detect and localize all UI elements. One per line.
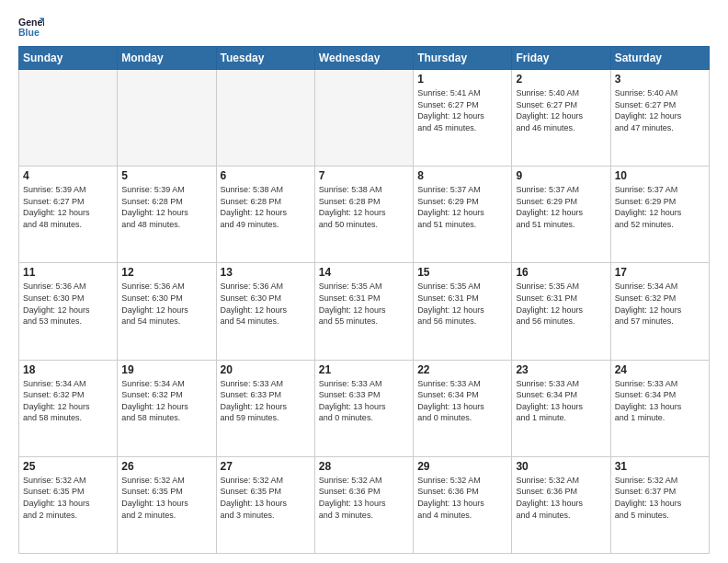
day-info: Sunrise: 5:32 AM Sunset: 6:35 PM Dayligh…: [23, 475, 113, 521]
calendar-table: SundayMondayTuesdayWednesdayThursdayFrid…: [18, 46, 710, 554]
week-row-3: 11Sunrise: 5:36 AM Sunset: 6:30 PM Dayli…: [19, 263, 710, 360]
calendar-cell: [216, 70, 314, 167]
day-info: Sunrise: 5:40 AM Sunset: 6:27 PM Dayligh…: [615, 87, 705, 133]
day-info: Sunrise: 5:37 AM Sunset: 6:29 PM Dayligh…: [417, 184, 507, 230]
day-number: 4: [23, 169, 113, 182]
day-number: 22: [417, 363, 507, 376]
calendar-cell: 25Sunrise: 5:32 AM Sunset: 6:35 PM Dayli…: [19, 456, 118, 553]
calendar-cell: 3Sunrise: 5:40 AM Sunset: 6:27 PM Daylig…: [610, 70, 709, 167]
day-info: Sunrise: 5:35 AM Sunset: 6:31 PM Dayligh…: [417, 281, 507, 327]
calendar-cell: 24Sunrise: 5:33 AM Sunset: 6:34 PM Dayli…: [610, 360, 709, 456]
day-number: 2: [516, 73, 606, 86]
day-info: Sunrise: 5:34 AM Sunset: 6:32 PM Dayligh…: [23, 378, 113, 424]
day-number: 9: [516, 169, 606, 182]
day-number: 14: [319, 266, 409, 279]
day-number: 5: [121, 169, 211, 182]
day-info: Sunrise: 5:35 AM Sunset: 6:31 PM Dayligh…: [516, 281, 606, 327]
svg-text:Blue: Blue: [18, 27, 40, 38]
day-number: 1: [417, 73, 507, 86]
day-info: Sunrise: 5:35 AM Sunset: 6:31 PM Dayligh…: [319, 281, 409, 327]
day-number: 13: [221, 266, 311, 279]
day-number: 20: [221, 363, 311, 376]
calendar-cell: 26Sunrise: 5:32 AM Sunset: 6:35 PM Dayli…: [118, 456, 216, 553]
day-number: 28: [319, 460, 409, 473]
logo: General Blue: [18, 15, 48, 40]
week-row-1: 1Sunrise: 5:41 AM Sunset: 6:27 PM Daylig…: [19, 70, 710, 167]
day-number: 7: [319, 169, 409, 182]
calendar-cell: 7Sunrise: 5:38 AM Sunset: 6:28 PM Daylig…: [314, 167, 413, 263]
calendar-cell: 22Sunrise: 5:33 AM Sunset: 6:34 PM Dayli…: [414, 360, 512, 456]
day-number: 15: [417, 266, 507, 279]
day-number: 25: [23, 460, 113, 473]
day-info: Sunrise: 5:32 AM Sunset: 6:35 PM Dayligh…: [121, 475, 211, 521]
day-number: 26: [121, 460, 211, 473]
col-header-monday: Monday: [118, 47, 216, 70]
day-number: 17: [615, 266, 705, 279]
day-number: 19: [121, 363, 211, 376]
day-info: Sunrise: 5:32 AM Sunset: 6:35 PM Dayligh…: [221, 475, 311, 521]
day-number: 30: [516, 460, 606, 473]
day-info: Sunrise: 5:40 AM Sunset: 6:27 PM Dayligh…: [516, 87, 606, 133]
day-info: Sunrise: 5:38 AM Sunset: 6:28 PM Dayligh…: [221, 184, 311, 230]
day-info: Sunrise: 5:33 AM Sunset: 6:34 PM Dayligh…: [615, 378, 705, 424]
day-info: Sunrise: 5:32 AM Sunset: 6:36 PM Dayligh…: [516, 475, 606, 521]
col-header-saturday: Saturday: [610, 47, 709, 70]
calendar-cell: 13Sunrise: 5:36 AM Sunset: 6:30 PM Dayli…: [216, 263, 314, 360]
calendar-cell: 10Sunrise: 5:37 AM Sunset: 6:29 PM Dayli…: [610, 167, 709, 263]
day-info: Sunrise: 5:37 AM Sunset: 6:29 PM Dayligh…: [615, 184, 705, 230]
day-info: Sunrise: 5:41 AM Sunset: 6:27 PM Dayligh…: [417, 87, 507, 133]
calendar-header-row: SundayMondayTuesdayWednesdayThursdayFrid…: [19, 47, 710, 70]
day-info: Sunrise: 5:33 AM Sunset: 6:33 PM Dayligh…: [319, 378, 409, 424]
day-number: 31: [615, 460, 705, 473]
calendar-cell: 6Sunrise: 5:38 AM Sunset: 6:28 PM Daylig…: [216, 167, 314, 263]
calendar-cell: 4Sunrise: 5:39 AM Sunset: 6:27 PM Daylig…: [19, 167, 118, 263]
day-info: Sunrise: 5:33 AM Sunset: 6:34 PM Dayligh…: [417, 378, 507, 424]
logo-icon: General Blue: [18, 15, 44, 40]
day-info: Sunrise: 5:33 AM Sunset: 6:34 PM Dayligh…: [516, 378, 606, 424]
day-info: Sunrise: 5:39 AM Sunset: 6:28 PM Dayligh…: [121, 184, 211, 230]
calendar-cell: [19, 70, 118, 167]
day-number: 12: [121, 266, 211, 279]
week-row-2: 4Sunrise: 5:39 AM Sunset: 6:27 PM Daylig…: [19, 167, 710, 263]
day-number: 16: [516, 266, 606, 279]
day-number: 10: [615, 169, 705, 182]
col-header-friday: Friday: [512, 47, 610, 70]
day-number: 18: [23, 363, 113, 376]
day-number: 29: [417, 460, 507, 473]
calendar-cell: 15Sunrise: 5:35 AM Sunset: 6:31 PM Dayli…: [414, 263, 512, 360]
calendar-cell: 27Sunrise: 5:32 AM Sunset: 6:35 PM Dayli…: [216, 456, 314, 553]
day-info: Sunrise: 5:36 AM Sunset: 6:30 PM Dayligh…: [221, 281, 311, 327]
calendar-cell: 17Sunrise: 5:34 AM Sunset: 6:32 PM Dayli…: [610, 263, 709, 360]
calendar-cell: 29Sunrise: 5:32 AM Sunset: 6:36 PM Dayli…: [414, 456, 512, 553]
col-header-wednesday: Wednesday: [314, 47, 413, 70]
calendar-cell: 11Sunrise: 5:36 AM Sunset: 6:30 PM Dayli…: [19, 263, 118, 360]
calendar-cell: 2Sunrise: 5:40 AM Sunset: 6:27 PM Daylig…: [512, 70, 610, 167]
day-number: 24: [615, 363, 705, 376]
page: General Blue SundayMondayTuesdayWednesda…: [0, 0, 728, 563]
day-number: 6: [221, 169, 311, 182]
calendar-cell: 19Sunrise: 5:34 AM Sunset: 6:32 PM Dayli…: [118, 360, 216, 456]
calendar-cell: 30Sunrise: 5:32 AM Sunset: 6:36 PM Dayli…: [512, 456, 610, 553]
day-info: Sunrise: 5:36 AM Sunset: 6:30 PM Dayligh…: [23, 281, 113, 327]
calendar-cell: 28Sunrise: 5:32 AM Sunset: 6:36 PM Dayli…: [314, 456, 413, 553]
calendar-cell: 21Sunrise: 5:33 AM Sunset: 6:33 PM Dayli…: [314, 360, 413, 456]
day-number: 21: [319, 363, 409, 376]
calendar-cell: 18Sunrise: 5:34 AM Sunset: 6:32 PM Dayli…: [19, 360, 118, 456]
week-row-5: 25Sunrise: 5:32 AM Sunset: 6:35 PM Dayli…: [19, 456, 710, 553]
day-info: Sunrise: 5:33 AM Sunset: 6:33 PM Dayligh…: [221, 378, 311, 424]
header: General Blue: [18, 15, 710, 40]
day-number: 11: [23, 266, 113, 279]
calendar-cell: 9Sunrise: 5:37 AM Sunset: 6:29 PM Daylig…: [512, 167, 610, 263]
day-number: 27: [221, 460, 311, 473]
day-info: Sunrise: 5:37 AM Sunset: 6:29 PM Dayligh…: [516, 184, 606, 230]
day-number: 23: [516, 363, 606, 376]
day-info: Sunrise: 5:36 AM Sunset: 6:30 PM Dayligh…: [121, 281, 211, 327]
day-info: Sunrise: 5:32 AM Sunset: 6:37 PM Dayligh…: [615, 475, 705, 521]
week-row-4: 18Sunrise: 5:34 AM Sunset: 6:32 PM Dayli…: [19, 360, 710, 456]
day-info: Sunrise: 5:34 AM Sunset: 6:32 PM Dayligh…: [121, 378, 211, 424]
calendar-cell: 23Sunrise: 5:33 AM Sunset: 6:34 PM Dayli…: [512, 360, 610, 456]
day-info: Sunrise: 5:38 AM Sunset: 6:28 PM Dayligh…: [319, 184, 409, 230]
calendar-cell: 20Sunrise: 5:33 AM Sunset: 6:33 PM Dayli…: [216, 360, 314, 456]
calendar-cell: 31Sunrise: 5:32 AM Sunset: 6:37 PM Dayli…: [610, 456, 709, 553]
day-info: Sunrise: 5:32 AM Sunset: 6:36 PM Dayligh…: [417, 475, 507, 521]
